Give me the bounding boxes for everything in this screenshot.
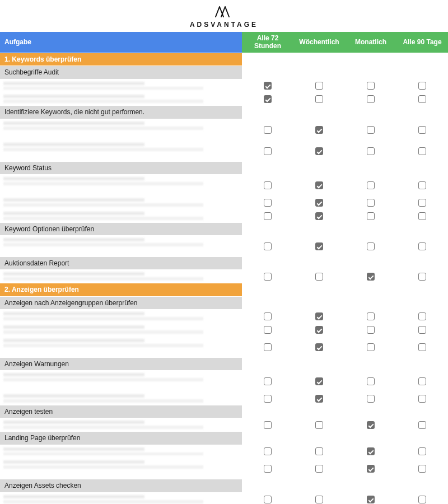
- table-row: Anzeigen nach Anzeigengruppen überprüfen: [0, 296, 448, 309]
- subsection-header: Landing Page überprüfen: [0, 432, 242, 445]
- checkbox-checked-icon[interactable]: [315, 395, 323, 403]
- checkbox-checked-icon[interactable]: [315, 377, 323, 385]
- freq-cell: [293, 196, 345, 209]
- checkbox-unchecked-icon[interactable]: [418, 242, 426, 250]
- task-label: [0, 140, 242, 161]
- freq-cell: [396, 445, 448, 458]
- task-label: [0, 175, 242, 196]
- checkbox-unchecked-icon[interactable]: [367, 147, 375, 155]
- freq-cell: [345, 492, 396, 504]
- freq-cell: [242, 458, 293, 479]
- checkbox-unchecked-icon[interactable]: [367, 343, 375, 351]
- checkbox-checked-icon[interactable]: [264, 95, 272, 103]
- checkbox-unchecked-icon[interactable]: [367, 377, 375, 385]
- checkbox-unchecked-icon[interactable]: [315, 95, 323, 103]
- checkbox-unchecked-icon[interactable]: [264, 395, 272, 403]
- checkbox-unchecked-icon[interactable]: [264, 212, 272, 220]
- checkbox-unchecked-icon[interactable]: [264, 199, 272, 207]
- checkbox-unchecked-icon[interactable]: [264, 126, 272, 134]
- freq-cell: [396, 371, 448, 392]
- checkbox-unchecked-icon[interactable]: [264, 273, 272, 281]
- checkbox-unchecked-icon[interactable]: [264, 326, 272, 334]
- checkbox-unchecked-icon[interactable]: [264, 465, 272, 473]
- checkbox-unchecked-icon[interactable]: [367, 199, 375, 207]
- checkbox-unchecked-icon[interactable]: [367, 181, 375, 189]
- checkbox-checked-icon[interactable]: [315, 212, 323, 220]
- table-row: [0, 196, 448, 209]
- freq-cell: [396, 310, 448, 323]
- checkbox-unchecked-icon[interactable]: [264, 496, 272, 503]
- checkbox-unchecked-icon[interactable]: [264, 343, 272, 351]
- checkbox-unchecked-icon[interactable]: [264, 447, 272, 455]
- checkbox-checked-icon[interactable]: [315, 242, 323, 250]
- checkbox-checked-icon[interactable]: [264, 82, 272, 90]
- checkbox-unchecked-icon[interactable]: [418, 447, 426, 455]
- checkbox-checked-icon[interactable]: [315, 147, 323, 155]
- checkbox-unchecked-icon[interactable]: [418, 395, 426, 403]
- checkbox-unchecked-icon[interactable]: [367, 242, 375, 250]
- checkbox-unchecked-icon[interactable]: [315, 447, 323, 455]
- freq-cell: [396, 209, 448, 222]
- checkbox-unchecked-icon[interactable]: [418, 181, 426, 189]
- checkbox-unchecked-icon[interactable]: [315, 82, 323, 90]
- checkbox-unchecked-icon[interactable]: [418, 465, 426, 473]
- table-row: Identifiziere Keywords, die nicht gut pe…: [0, 106, 448, 119]
- checkbox-unchecked-icon[interactable]: [264, 147, 272, 155]
- table-row: [0, 392, 448, 405]
- checkbox-unchecked-icon[interactable]: [418, 496, 426, 503]
- table-row: [0, 418, 448, 432]
- checkbox-checked-icon[interactable]: [315, 312, 323, 320]
- freq-cell: [242, 392, 293, 405]
- checkbox-unchecked-icon[interactable]: [367, 326, 375, 334]
- checkbox-unchecked-icon[interactable]: [315, 273, 323, 281]
- checkbox-unchecked-icon[interactable]: [264, 242, 272, 250]
- checkbox-unchecked-icon[interactable]: [418, 199, 426, 207]
- checklist-table: Aufgabe Alle 72 Stunden Wöchentlich Mona…: [0, 32, 448, 504]
- checkbox-checked-icon[interactable]: [315, 326, 323, 334]
- checkbox-checked-icon[interactable]: [315, 181, 323, 189]
- checkbox-unchecked-icon[interactable]: [418, 377, 426, 385]
- checkbox-checked-icon[interactable]: [315, 126, 323, 134]
- checkbox-checked-icon[interactable]: [367, 465, 375, 473]
- freq-cell: [396, 119, 448, 140]
- checkbox-checked-icon[interactable]: [367, 496, 375, 503]
- checkbox-unchecked-icon[interactable]: [367, 395, 375, 403]
- checkbox-unchecked-icon[interactable]: [418, 326, 426, 334]
- checkbox-unchecked-icon[interactable]: [418, 147, 426, 155]
- checkbox-unchecked-icon[interactable]: [418, 126, 426, 134]
- task-label: [0, 310, 242, 323]
- checkbox-unchecked-icon[interactable]: [418, 95, 426, 103]
- task-label: [0, 418, 242, 432]
- checkbox-unchecked-icon[interactable]: [367, 312, 375, 320]
- freq-cell: [345, 79, 396, 92]
- checkbox-unchecked-icon[interactable]: [367, 82, 375, 90]
- checkbox-unchecked-icon[interactable]: [418, 312, 426, 320]
- freq-cell: [396, 196, 448, 209]
- checkbox-unchecked-icon[interactable]: [367, 126, 375, 134]
- checkbox-unchecked-icon[interactable]: [418, 421, 426, 429]
- checkbox-checked-icon[interactable]: [367, 421, 375, 429]
- checkbox-unchecked-icon[interactable]: [367, 95, 375, 103]
- table-row: [0, 175, 448, 196]
- checkbox-unchecked-icon[interactable]: [418, 273, 426, 281]
- checkbox-unchecked-icon[interactable]: [315, 496, 323, 503]
- freq-cell: [293, 140, 345, 161]
- checkbox-checked-icon[interactable]: [367, 273, 375, 281]
- table-row: [0, 458, 448, 479]
- checkbox-unchecked-icon[interactable]: [367, 212, 375, 220]
- checkbox-unchecked-icon[interactable]: [418, 343, 426, 351]
- checkbox-unchecked-icon[interactable]: [264, 421, 272, 429]
- checkbox-unchecked-icon[interactable]: [315, 421, 323, 429]
- checkbox-checked-icon[interactable]: [367, 447, 375, 455]
- checkbox-unchecked-icon[interactable]: [418, 82, 426, 90]
- freq-cell: [242, 79, 293, 92]
- checkbox-unchecked-icon[interactable]: [315, 465, 323, 473]
- checkbox-checked-icon[interactable]: [315, 343, 323, 351]
- subsection-header: Auktionsdaten Report: [0, 257, 242, 270]
- checkbox-unchecked-icon[interactable]: [264, 377, 272, 385]
- checkbox-unchecked-icon[interactable]: [418, 212, 426, 220]
- checkbox-checked-icon[interactable]: [315, 199, 323, 207]
- checkbox-unchecked-icon[interactable]: [264, 181, 272, 189]
- checkbox-unchecked-icon[interactable]: [264, 312, 272, 320]
- freq-cell: [242, 175, 293, 196]
